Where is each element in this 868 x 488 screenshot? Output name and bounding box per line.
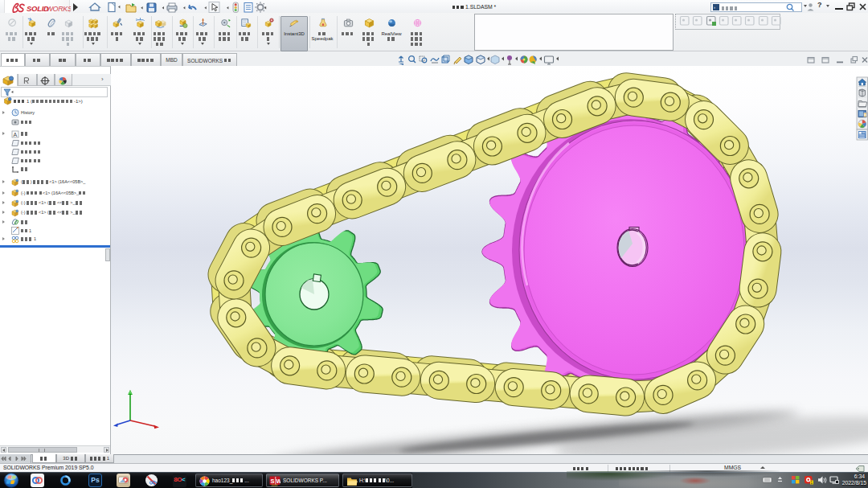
svg-text:A: A [14,131,18,137]
svg-text:WORKS: WORKS [47,5,72,13]
svg-text:2019: 2019 [272,484,278,486]
